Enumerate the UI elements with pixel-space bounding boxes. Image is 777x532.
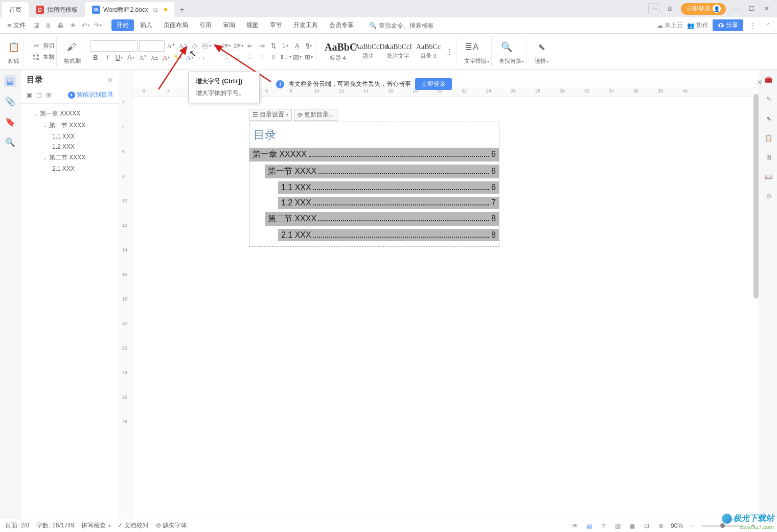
reading-mode-icon[interactable]: 👁 <box>570 521 580 530</box>
style-toc3[interactable]: AaBbCc目录 3 <box>414 42 443 61</box>
border-icon[interactable]: ⊞▾ <box>304 52 314 62</box>
close-window-button[interactable]: ✕ <box>762 4 772 14</box>
superscript-icon[interactable]: X² <box>138 53 148 63</box>
smart-toc-button[interactable]: ✦智能识别目录 <box>68 90 113 99</box>
outline-icon[interactable]: ▤ <box>4 75 16 87</box>
zoom-target-icon[interactable]: ⊚ <box>656 521 666 530</box>
share-button[interactable]: ⮉分享 <box>713 19 743 31</box>
toc-row[interactable]: 1.2 XXX7 <box>278 197 499 209</box>
web-layout-icon[interactable]: ▥ <box>613 521 623 530</box>
strike-icon[interactable]: A̶▾ <box>126 53 136 63</box>
word-count[interactable]: 字数: 26/1749 <box>36 521 74 530</box>
page-status[interactable]: 页面: 2/8 <box>5 521 29 530</box>
undo-icon[interactable]: ↶▾ <box>80 20 91 31</box>
menu-section[interactable]: 章节 <box>265 19 287 31</box>
outline-view-icon[interactable]: ≡ <box>599 521 608 530</box>
bold-icon[interactable]: B <box>90 53 101 63</box>
underline-icon[interactable]: U▾ <box>114 53 124 63</box>
new-tab-button[interactable]: + <box>174 2 190 17</box>
more-menu-icon[interactable]: ⋮ <box>747 20 759 31</box>
style-caption[interactable]: AaBbCcDd题注 <box>354 42 382 61</box>
toc-settings-button[interactable]: ☰目录设置▾ <box>249 109 292 121</box>
nav-close-button[interactable]: ✕ <box>107 76 113 84</box>
toc-update-button[interactable]: ⟳更新目录... <box>294 109 337 121</box>
banner-login-button[interactable]: 立即登录 <box>415 78 452 90</box>
tab-home[interactable]: 首页 <box>2 2 29 17</box>
menu-vip[interactable]: 会员专享 <box>324 19 359 31</box>
minimize-button[interactable]: — <box>731 4 741 14</box>
draft-view-icon[interactable]: ▦ <box>628 521 637 530</box>
menu-reference[interactable]: 引用 <box>194 19 217 31</box>
nav-node[interactable]: 1.2 XXX <box>22 142 118 152</box>
missing-fonts-button[interactable]: ⊘ 缺失字体 <box>156 521 187 530</box>
banner-close-button[interactable]: ✕ <box>757 78 763 86</box>
select-pane-icon[interactable]: ⬉ <box>764 113 774 124</box>
login-button[interactable]: 立即登录 👤 <box>681 3 726 15</box>
properties-icon[interactable]: ⊞ <box>764 152 774 163</box>
menu-dev[interactable]: 开发工具 <box>288 19 323 31</box>
format-painter-button[interactable]: 🖌 <box>64 38 79 56</box>
text-layout-button[interactable]: ≣A <box>464 38 479 56</box>
proofread-button[interactable]: ✓ 文档校对 <box>118 521 149 530</box>
style-comment[interactable]: AaBbCcI批注文字 <box>384 42 413 61</box>
nav-node[interactable]: ⌄第二节 XXXX <box>22 152 118 164</box>
nav-collapse-icon[interactable]: ▢ <box>36 91 42 99</box>
fit-width-icon[interactable]: ⊡ <box>642 521 651 530</box>
menu-start[interactable]: 开始 <box>111 19 134 31</box>
ruler-vertical[interactable]: 246810121416182022242628 <box>120 70 132 519</box>
line-numbers-icon[interactable]: Aͅ <box>292 41 302 51</box>
menu-insert[interactable]: 插入 <box>135 19 157 31</box>
style-gallery[interactable]: AaBbC标题 4 AaBbCcDd题注 AaBbCcI批注文字 AaBbCc目… <box>324 40 454 63</box>
layout-icon[interactable]: ▭ <box>648 3 659 14</box>
zoom-level[interactable]: 90% <box>671 522 683 529</box>
cut-icon[interactable]: ✂ <box>31 41 41 51</box>
collaborate-button[interactable]: 👥协作 <box>687 21 709 30</box>
cloud-status[interactable]: ☁未上云 <box>657 21 683 30</box>
copy-icon[interactable]: ⿻ <box>31 52 41 62</box>
toc-row[interactable]: 第二节 XXXX8 <box>265 212 499 226</box>
zoom-out-icon[interactable]: − <box>688 521 697 530</box>
style-pane-icon[interactable]: ✎ <box>764 94 774 104</box>
tab-document[interactable]: W Word教程2.docx ⧉ <box>85 2 174 17</box>
toc-row[interactable]: 1.1 XXX6 <box>278 181 499 194</box>
attachment-icon[interactable]: 📎 <box>4 95 16 107</box>
nav-expand-icon[interactable]: ▣ <box>27 91 32 99</box>
spellcheck-toggle[interactable]: 拼写检查 ▾ <box>81 521 110 530</box>
bookmark-icon[interactable]: 🔖 <box>4 115 16 128</box>
apps-icon[interactable]: ⊞ <box>665 3 676 14</box>
paste-button[interactable]: 📋 <box>6 38 21 56</box>
style-more-icon[interactable]: ⋮ <box>444 47 454 57</box>
nav-node[interactable]: 2.1 XXX <box>22 164 118 174</box>
search-input[interactable] <box>379 22 455 29</box>
toc-row[interactable]: 2.1 XXX8 <box>278 229 499 241</box>
toc-box[interactable]: 目录 第一章 XXXXX6第一节 XXXX61.1 XXX61.2 XXX7第二… <box>249 122 499 247</box>
search-panel-icon[interactable]: 🔍 <box>4 136 16 148</box>
file-menu[interactable]: ≡文件 <box>3 21 30 30</box>
tab-template[interactable]: D 找稻壳模板 <box>29 2 85 17</box>
toolbox-icon[interactable]: 🧰 <box>764 75 774 85</box>
menu-review[interactable]: 审阅 <box>218 19 240 31</box>
toc-row[interactable]: 第一章 XXXXX6 <box>249 148 499 161</box>
saveas-icon[interactable]: 🗎 <box>43 20 54 31</box>
nav-node[interactable]: 1.1 XXX <box>22 131 118 142</box>
nav-node[interactable]: ⌄第一节 XXXX <box>22 120 118 131</box>
command-search[interactable]: 🔍 <box>369 22 455 29</box>
research-icon[interactable]: 📖 <box>764 172 774 182</box>
menu-layout[interactable]: 页面布局 <box>158 19 193 31</box>
maximize-button[interactable]: ☐ <box>746 4 757 14</box>
clipboard-pane-icon[interactable]: 📋 <box>764 133 774 143</box>
print-layout-icon[interactable]: ▤ <box>585 521 594 530</box>
nav-node[interactable]: ⌄第一章 XXXXX <box>22 108 118 120</box>
select-button[interactable]: ⬉ <box>534 38 549 56</box>
preview-icon[interactable]: 👁 <box>67 20 79 31</box>
style-heading4[interactable]: AaBbC标题 4 <box>324 40 352 63</box>
duplicate-icon[interactable]: ⧉ <box>153 6 158 13</box>
italic-icon[interactable]: I <box>102 53 112 63</box>
print-icon[interactable]: 🖶 <box>55 20 66 31</box>
show-marks-icon[interactable]: ¶▾ <box>304 41 314 51</box>
toc-row[interactable]: 第一节 XXXX6 <box>265 165 499 178</box>
shading-icon[interactable]: ▨▾ <box>292 52 302 62</box>
nav-refresh-icon[interactable]: ⊞ <box>46 91 51 99</box>
help-icon[interactable]: ⊙ <box>764 191 774 201</box>
save-icon[interactable]: 🖫 <box>31 20 42 31</box>
